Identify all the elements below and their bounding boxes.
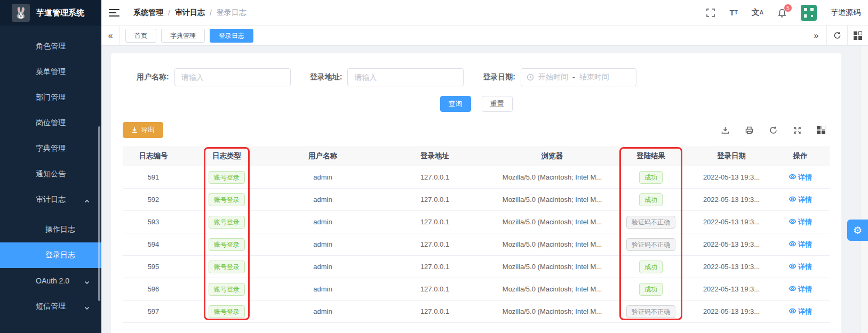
sidebar-item-登录日志[interactable]: 登录日志	[0, 242, 101, 268]
tab-字典管理[interactable]: 字典管理	[161, 29, 205, 43]
login-address-cell: 127.0.0.1	[420, 307, 449, 315]
browser-cell: Mozilla/5.0 (Macintosh; Intel M...	[503, 285, 602, 293]
table-row: 596账号登录admin127.0.0.1Mozilla/5.0 (Macint…	[123, 278, 830, 300]
download-icon	[131, 127, 138, 133]
eye-icon	[789, 262, 797, 272]
reset-button[interactable]: 重置	[482, 96, 513, 112]
export-button[interactable]: 导出	[123, 122, 163, 138]
date-label: 登录日期:	[483, 72, 515, 82]
tab-登录日志[interactable]: 登录日志	[210, 29, 253, 43]
notification-bell-icon[interactable]: 5	[777, 8, 787, 18]
breadcrumb: 系统管理/审计日志/登录日志	[133, 8, 246, 18]
column-settings-grid-icon[interactable]	[817, 126, 825, 134]
search-button[interactable]: 查询	[440, 96, 471, 112]
tab-首页[interactable]: 首页	[125, 29, 156, 43]
breadcrumb-item[interactable]: 审计日志	[175, 8, 205, 18]
login-result-tag: 验证码不正确	[626, 305, 675, 318]
sidebar: 🐰 芋道管理系统 角色管理菜单管理部门管理岗位管理字典管理通知公告审计日志操作日…	[0, 0, 101, 333]
login-date-cell: 2022-05-13 19:3...	[703, 173, 760, 181]
detail-link[interactable]: 详情	[789, 240, 812, 249]
detail-link[interactable]: 详情	[789, 217, 812, 227]
breadcrumb-item: 登录日志	[217, 8, 246, 18]
login-result-tag: 成功	[639, 193, 663, 206]
sidebar-item-通知公告[interactable]: 通知公告	[0, 161, 101, 187]
sidebar-item-字典管理[interactable]: 字典管理	[0, 136, 101, 161]
column-header-登陆结果: 登陆结果	[611, 146, 691, 166]
log-type-tag: 账号登录	[209, 171, 245, 184]
chevron-up-icon	[84, 197, 90, 202]
user-name-cell: admin	[313, 173, 332, 181]
log-type-tag: 账号登录	[209, 216, 245, 229]
username-input[interactable]	[174, 68, 291, 86]
login-date-cell: 2022-05-13 19:3...	[703, 263, 760, 271]
browser-cell: Mozilla/5.0 (Macintosh; Intel M...	[503, 196, 602, 204]
detail-link[interactable]: 详情	[789, 173, 812, 182]
browser-cell: Mozilla/5.0 (Macintosh; Intel M...	[503, 173, 602, 181]
user-avatar[interactable]	[801, 5, 817, 21]
table-row: 591账号登录admin127.0.0.1Mozilla/5.0 (Macint…	[123, 166, 830, 189]
menu-fold-icon[interactable]	[109, 7, 120, 19]
sidebar-item-label: 字典管理	[0, 144, 66, 153]
refresh-icon[interactable]	[769, 126, 778, 135]
table-toolbar: 导出	[123, 121, 830, 139]
notification-badge: 5	[784, 4, 792, 12]
download-table-icon[interactable]	[721, 126, 730, 135]
login-date-cell: 2022-05-13 19:3...	[703, 240, 760, 248]
log-id: 596	[148, 285, 160, 293]
date-end-placeholder: 结束时间	[579, 72, 609, 82]
tabs-scroll-left-icon[interactable]: «	[101, 31, 120, 40]
filter-address: 登录地址:	[310, 68, 464, 86]
column-header-用户名称: 用户名称	[269, 146, 376, 166]
detail-link[interactable]: 详情	[789, 285, 812, 294]
breadcrumb-separator: /	[210, 9, 212, 17]
browser-cell: Mozilla/5.0 (Macintosh; Intel M...	[503, 240, 602, 248]
user-name[interactable]: 芋道源码	[831, 8, 861, 18]
sidebar-item-岗位管理[interactable]: 岗位管理	[0, 110, 101, 136]
theme-settings-button[interactable]: ⚙	[847, 220, 868, 241]
tab-refresh-icon[interactable]	[827, 26, 847, 46]
logo-bar: 🐰 芋道管理系统	[0, 0, 101, 26]
login-log-table: 日志编号日志类型用户名称登录地址浏览器登陆结果登录日期操作 591账号登录adm…	[123, 146, 830, 323]
sidebar-item-角色管理[interactable]: 角色管理	[0, 34, 101, 59]
column-header-登录地址: 登录地址	[376, 146, 493, 166]
detail-link[interactable]: 详情	[789, 307, 812, 316]
sidebar-item-短信管理[interactable]: 短信管理	[0, 294, 101, 319]
login-date-cell: 2022-05-13 19:3...	[703, 218, 760, 226]
content-card: 用户名称: 登录地址: 登录日期: 开始时间 - 结束时间	[111, 53, 841, 333]
top-header: 系统管理/审计日志/登录日志 TT 文A 5 芋道源码	[101, 0, 868, 26]
breadcrumb-item[interactable]: 系统管理	[133, 8, 163, 18]
date-range-picker[interactable]: 开始时间 - 结束时间	[521, 68, 636, 86]
sidebar-scrollbar-thumb[interactable]	[98, 126, 100, 301]
filter-form: 用户名称: 登录地址: 登录日期: 开始时间 - 结束时间	[123, 68, 830, 86]
print-icon[interactable]	[745, 126, 754, 135]
browser-cell: Mozilla/5.0 (Macintosh; Intel M...	[503, 218, 602, 226]
font-size-icon[interactable]: TT	[729, 8, 737, 17]
detail-link[interactable]: 详情	[789, 195, 812, 205]
tabs-scroll-right-icon[interactable]: »	[806, 26, 826, 46]
sidebar-item-OAuth 2.0[interactable]: OAuth 2.0	[0, 268, 101, 294]
user-name-cell: admin	[313, 240, 332, 248]
log-type-tag: 账号登录	[209, 261, 245, 273]
tab-options-grid-icon[interactable]	[848, 26, 868, 46]
sidebar-item-菜单管理[interactable]: 菜单管理	[0, 59, 101, 85]
detail-link[interactable]: 详情	[789, 262, 812, 272]
sidebar-item-审计日志[interactable]: 审计日志	[0, 187, 101, 213]
page-scrollbar[interactable]	[860, 46, 868, 333]
filter-username: 用户名称:	[137, 68, 291, 86]
address-input[interactable]	[347, 68, 464, 86]
sidebar-item-label: 操作日志	[0, 225, 75, 234]
login-date-cell: 2022-05-13 19:3...	[703, 285, 760, 293]
sidebar-item-部门管理[interactable]: 部门管理	[0, 85, 101, 110]
sidebar-item-label: 岗位管理	[0, 118, 66, 128]
log-id: 594	[148, 240, 160, 248]
language-icon[interactable]: 文A	[752, 7, 763, 18]
sidebar-item-label: 角色管理	[0, 42, 66, 51]
log-id: 593	[148, 218, 160, 226]
table-row: 594账号登录admin127.0.0.1Mozilla/5.0 (Macint…	[123, 233, 830, 256]
date-start-placeholder: 开始时间	[538, 72, 568, 82]
fullscreen-icon[interactable]	[706, 8, 715, 18]
tab-bar-controls: »	[806, 26, 868, 46]
filter-actions: 查询 重置	[123, 96, 830, 112]
fullscreen-table-icon[interactable]	[793, 126, 802, 135]
sidebar-item-操作日志[interactable]: 操作日志	[0, 217, 101, 242]
